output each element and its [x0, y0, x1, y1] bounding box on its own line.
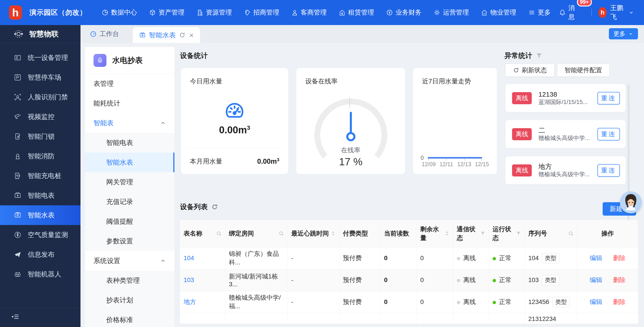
- col-serial-no[interactable]: 序列号: [524, 220, 577, 247]
- offline-device-location: 蓝湖国际/1/15/15...: [538, 98, 588, 106]
- module-header: 水电抄表: [85, 47, 174, 74]
- user-name[interactable]: 王鹏飞: [610, 4, 625, 22]
- nav-item-property-mgmt[interactable]: 物业管理: [475, 8, 522, 17]
- sidebar-item-air-quality[interactable]: 空气质量监测: [0, 225, 80, 245]
- water-meter-icon: [14, 211, 22, 219]
- submenu-item-parameter-settings[interactable]: 参数设置: [85, 231, 174, 251]
- submenu-item-recharge-records[interactable]: 充值记录: [85, 192, 174, 212]
- pay-type-cell: 预付费: [339, 291, 380, 313]
- submenu-group-system-settings[interactable]: 系统设置: [85, 251, 174, 271]
- house-yen-icon: [339, 9, 346, 16]
- col-last-heartbeat[interactable]: 最近心跳时间: [288, 220, 339, 247]
- tab-workbench[interactable]: 工作台: [80, 25, 128, 43]
- nav-item-more[interactable]: 更多: [522, 8, 557, 17]
- col-run-status[interactable]: 运行状态: [489, 220, 524, 247]
- refresh-tab-icon[interactable]: [179, 32, 186, 38]
- submenu-group-smart-meter[interactable]: 智能表: [85, 113, 174, 133]
- submenu-item-reading-plan[interactable]: 抄表计划: [85, 290, 174, 310]
- online-rate-value: 17 %: [296, 156, 405, 168]
- delete-link[interactable]: 删除: [613, 254, 626, 262]
- search-icon[interactable]: [216, 231, 222, 236]
- user-avatar[interactable]: h: [598, 7, 607, 18]
- search-icon[interactable]: [568, 231, 574, 236]
- sidebar-item-label: 统一设备管理: [28, 53, 68, 62]
- chevron-down-icon[interactable]: [628, 10, 634, 16]
- sidebar-item-elec-meter[interactable]: 智能电表: [0, 186, 80, 205]
- nav-item-merchant-mgmt[interactable]: 客商管理: [285, 8, 333, 17]
- hardware-config-button[interactable]: 智能硬件配置: [557, 64, 610, 77]
- sidebar-item-face-access[interactable]: 人脸识别门禁: [0, 87, 80, 107]
- nav-item-resource-mgmt[interactable]: 资源管理: [190, 8, 238, 17]
- sidebar-item-robot[interactable]: 智能机器人: [0, 264, 80, 284]
- edit-link[interactable]: 编辑: [590, 298, 602, 306]
- meter-name-link[interactable]: 103: [184, 276, 194, 284]
- col-meter-name[interactable]: 表名称: [180, 220, 225, 247]
- sorter-icon[interactable]: [331, 230, 336, 236]
- reconnect-button[interactable]: 重连: [598, 128, 620, 140]
- tab-bar: 工作台 智能水表 × 更多: [80, 25, 644, 43]
- reconnect-button[interactable]: 重连: [598, 164, 620, 177]
- nav-item-lease-mgmt[interactable]: 租赁管理: [333, 8, 380, 17]
- col-pay-type[interactable]: 付费类型: [339, 220, 380, 247]
- filter-icon[interactable]: [480, 231, 485, 236]
- col-remaining-water[interactable]: 剩余水量: [416, 220, 453, 247]
- messages-button[interactable]: 消息 99+: [557, 4, 578, 22]
- sidebar-item-water-meter[interactable]: 智能水表: [0, 205, 80, 225]
- sidebar-item-parking[interactable]: 智慧停车场: [0, 68, 80, 87]
- col-comm-status[interactable]: 通信状态: [453, 220, 489, 247]
- submenu-label: 表管理: [94, 79, 114, 88]
- submenu-item-energy-stats[interactable]: 能耗统计: [85, 94, 174, 113]
- sidebar-item-smart-lock[interactable]: 智能门锁: [0, 126, 80, 146]
- delete-link[interactable]: 删除: [613, 276, 626, 284]
- col-bound-room[interactable]: 绑定房间: [225, 220, 288, 247]
- sidebar-item-label: 智能门锁: [28, 132, 54, 141]
- tab-smart-water-meter[interactable]: 智能水表 ×: [133, 27, 200, 43]
- camera-icon: [14, 113, 22, 120]
- nav-item-data-center[interactable]: 数据中心: [96, 8, 143, 17]
- submenu-item-meter-mgmt[interactable]: 表管理: [85, 74, 174, 94]
- panel-scrollbar[interactable]: [628, 84, 630, 241]
- meter-name-link[interactable]: 104: [184, 254, 194, 262]
- nav-item-finance[interactable]: 业务财务: [380, 8, 428, 17]
- sidebar-item-cctv[interactable]: 视频监控: [0, 107, 80, 126]
- collapse-sidebar-button[interactable]: [11, 312, 20, 322]
- sidebar-item-fire[interactable]: 智能消防: [0, 146, 80, 166]
- brand-logo[interactable]: h: [9, 5, 22, 20]
- offline-device-info: 二 赣榆城头高级中学...: [538, 126, 590, 142]
- reading-cell: 0: [380, 247, 416, 269]
- yen-circle-icon: [386, 9, 393, 16]
- delete-link[interactable]: 删除: [613, 298, 626, 306]
- submenu-item-meter-type-mgmt[interactable]: 表种类管理: [85, 271, 174, 290]
- submenu-item-gateway-mgmt[interactable]: 网关管理: [85, 172, 174, 192]
- sidebar-item-charging-pile[interactable]: 智能充电桩: [0, 166, 80, 186]
- submenu-item-smart-elec-meter[interactable]: 智能电表: [85, 133, 174, 152]
- edit-link[interactable]: 编辑: [590, 276, 602, 284]
- nav-item-invest-mgmt[interactable]: 招商管理: [238, 8, 285, 17]
- tabbar-more-button[interactable]: 更多: [609, 28, 638, 39]
- close-tab-icon[interactable]: ×: [189, 31, 194, 39]
- reconnect-button[interactable]: 重连: [598, 92, 620, 104]
- chevron-up-icon: [160, 120, 166, 126]
- sidebar-item-info-publish[interactable]: 信息发布: [0, 245, 80, 264]
- filter-funnel-icon[interactable]: [536, 52, 542, 59]
- remaining-cell: 0: [416, 247, 453, 269]
- sorter-icon[interactable]: [444, 230, 450, 236]
- person-icon: [291, 9, 298, 16]
- refresh-list-icon[interactable]: [211, 204, 218, 210]
- search-icon[interactable]: [278, 231, 284, 236]
- edit-link[interactable]: 编辑: [590, 254, 602, 262]
- nav-item-asset-mgmt[interactable]: 资产管理: [143, 8, 190, 17]
- col-current-reading[interactable]: 当前读数: [380, 220, 416, 247]
- meter-name-link[interactable]: 地方: [184, 298, 196, 305]
- sidebar-item-unified-device[interactable]: 统一设备管理: [0, 48, 80, 68]
- sidebar-item-label: 智能消防: [28, 152, 54, 161]
- type-tag: 类型: [542, 253, 559, 263]
- refresh-status-button[interactable]: 刷新状态: [505, 64, 554, 77]
- nav-item-operation-mgmt[interactable]: 运营管理: [428, 8, 475, 17]
- assistant-avatar[interactable]: [620, 192, 642, 214]
- submenu-item-threshold-alert[interactable]: 阈值提醒: [85, 212, 174, 231]
- table-header-row: 表名称 绑定房间 最近心跳时间 付费类型 当前读数 剩余水量 通信状态 运行状态…: [180, 220, 638, 247]
- filter-icon[interactable]: [516, 231, 521, 236]
- submenu-item-price-standard[interactable]: 价格标准: [85, 310, 174, 327]
- submenu-item-smart-water-meter[interactable]: 智能水表: [85, 152, 174, 172]
